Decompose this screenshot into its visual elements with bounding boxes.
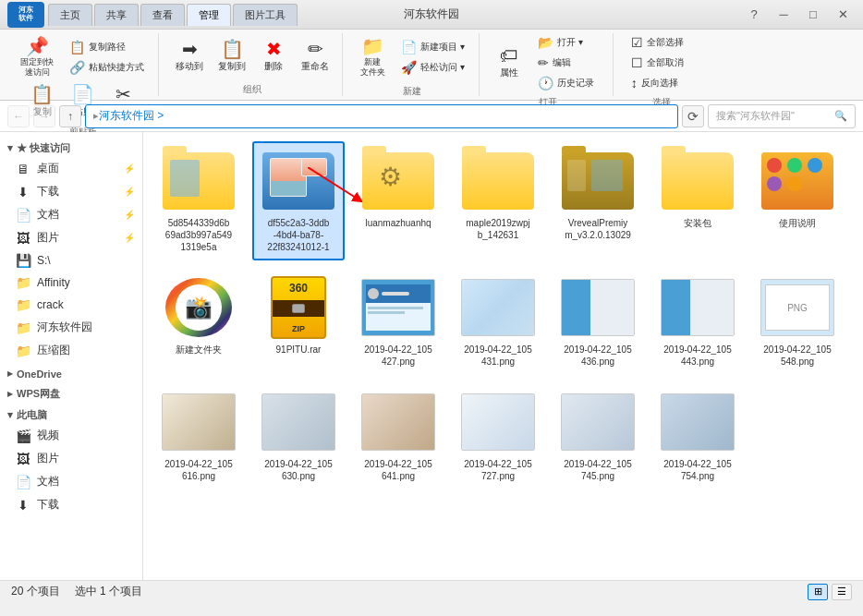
file-item-folder2[interactable]: df55c2a3-3ddb-4bd4-ba78-22f83241012-1 [252,141,345,260]
img-thumb-7 [261,390,335,454]
search-box[interactable]: 搜索"河东软件园" 🔍 [708,104,856,128]
ribbon: 📌 固定到快速访问 📋 复制路径 🔗 粘贴快捷方式 📋 [0,30,863,101]
sidebar-item-compress[interactable]: 📁 压缩图 [0,339,142,362]
file-item-folder1[interactable]: 5d8544339d6b69ad3b997a5491319e5a [152,141,245,260]
close-button[interactable]: ✕ [830,4,856,26]
copy-path-icon: 📋 [69,41,85,54]
forward-button[interactable]: → [33,105,55,127]
sidebar-section-quickaccess[interactable]: ▾ ★ 快速访问 [0,136,142,157]
sidebar-section-onedrive[interactable]: ▸ OneDrive [0,362,142,381]
sidebar-item-pictures[interactable]: 🖼 图片 ⚡ [0,226,142,249]
easy-access-button[interactable]: 🚀 轻松访问 ▾ [395,58,471,77]
delete-button[interactable]: ✖ 删除 [255,36,292,77]
file-item-folder4[interactable]: maple2019zwpjb_142631 [452,141,544,260]
file-label-img9: 2019-04-22_105727.png [464,458,531,482]
move-to-button[interactable]: ➡ 移动到 [170,36,209,77]
new-item-button[interactable]: 📄 新建项目 ▾ [395,38,471,56]
move-icon: ➡ [182,40,198,58]
file-label-folder5: VrevealPremiуm_v3.2.0.13029 [565,217,631,241]
minimize-button[interactable]: ─ [771,4,796,26]
select-none-button[interactable]: ☐ 全部取消 [625,54,699,72]
help-button[interactable]: ? [741,4,767,26]
tab-share[interactable]: 共享 [94,4,139,26]
file-item-rar[interactable]: 360 ZIP 91PITU.rar [252,268,345,375]
sidebar-item-documents2[interactable]: 📄 文档 [0,470,142,493]
copy-to-button[interactable]: 📋 复制到 [213,36,251,77]
chevron-right-icon: ▸ [7,368,13,380]
rar-thumb: 360 ZIP [261,275,335,340]
new-folder-button[interactable]: 📁 新建文件夹 [354,33,391,81]
sidebar-item-downloads2[interactable]: ⬇ 下载 [0,493,142,516]
back-button[interactable]: ← [7,105,30,127]
img-thumb-9 [461,390,535,454]
file-label-folder6: 安装包 [684,217,711,229]
file-label-img5: 2019-04-22_105548.png [763,344,831,368]
window-title: 河东软件园 [404,6,459,22]
file-item-img2[interactable]: 2019-04-22_105431.png [452,268,544,375]
file-item-img10[interactable]: 2019-04-22_105745.png [552,382,644,489]
sidebar-item-downloads[interactable]: ⬇ 下载 ⚡ [0,180,142,203]
file-item-img4[interactable]: 2019-04-22_105443.png [651,268,744,375]
rename-button[interactable]: ✏ 重命名 [296,36,334,77]
invert-select-button[interactable]: ↕ 反向选择 [625,74,699,92]
file-item-folder6[interactable]: 安装包 [651,141,744,260]
tab-home[interactable]: 主页 [48,4,92,26]
file-label-img2: 2019-04-22_105431.png [464,344,531,368]
open-icon: 📂 [538,36,553,49]
file-item-img11[interactable]: 2019-04-22_105754.png [651,382,744,489]
file-label-img11: 2019-04-22_105754.png [663,458,731,482]
rename-icon: ✏ [308,40,323,58]
documents-icon: 📄 [15,208,31,223]
sidebar-item-documents[interactable]: 📄 文档 ⚡ [0,203,142,226]
tab-view[interactable]: 查看 [140,4,185,26]
file-item-newfolder[interactable]: 📸 新建文件夹 [152,268,245,375]
refresh-button[interactable]: ⟳ [682,105,704,127]
file-item-img5[interactable]: PNG 2019-04-22_105548.png [751,268,844,375]
sidebar-section-wps[interactable]: ▸ WPS网盘 [0,381,142,403]
tab-manage[interactable]: 管理 [187,4,231,26]
organize-buttons: ➡ 移动到 📋 复制到 ✖ 删除 ✏ 重命名 [170,33,334,79]
sidebar-item-video[interactable]: 🎬 视频 [0,424,142,447]
file-item-folder5[interactable]: VrevealPremiуm_v3.2.0.13029 [552,141,644,260]
edit-button[interactable]: ✏ 编辑 [531,54,605,72]
file-item-img6[interactable]: 2019-04-22_105616.png [152,382,245,489]
select-all-button[interactable]: ☑ 全部选择 [625,33,699,52]
sidebar-item-affinity[interactable]: 📁 Affinity [0,272,142,294]
img-thumb-10 [561,390,635,454]
file-item-folder7[interactable]: 使用说明 [751,141,844,260]
sidebar-item-pictures2[interactable]: 🖼 图片 [0,447,142,470]
file-item-img8[interactable]: 2019-04-22_105641.png [352,382,444,489]
file-item-img3[interactable]: 2019-04-22_105436.png [552,268,644,375]
file-label-folder2: df55c2a3-3ddb-4bd4-ba78-22f83241012-1 [267,217,329,253]
sidebar-item-desktop[interactable]: 🖥 桌面 ⚡ [0,157,142,180]
list-view-button[interactable]: ☰ [832,584,852,600]
copy-path-button[interactable]: 📋 复制路径 [63,38,151,56]
window-controls: ? ─ □ ✕ [741,4,856,26]
svg-line-0 [308,167,359,199]
file-area: 5d8544339d6b69ad3b997a5491319e5a [143,132,863,580]
properties-icon: 🏷 [500,46,518,65]
file-item-img7[interactable]: 2019-04-22_105630.png [252,382,345,489]
sidebar-item-s-drive[interactable]: 💾 S:\ [0,249,142,272]
up-button[interactable]: ↑ [59,105,81,127]
file-label-img4: 2019-04-22_105443.png [663,344,731,368]
open-button[interactable]: 📂 打开 ▾ [531,33,605,52]
sidebar-item-crack[interactable]: 📁 crack [0,294,142,316]
file-item-folder3[interactable]: ⚙ luanmazhuanhq [352,141,444,260]
history-button[interactable]: 🕐 历史记录 [531,74,605,92]
sidebar-section-thispc[interactable]: ▾ 此电脑 [0,403,142,424]
address-path[interactable]: ▸ 河东软件园 > [85,104,678,128]
folder-thumb-8: 📸 [162,275,236,340]
properties-button[interactable]: 🏷 属性 [491,42,528,83]
paste-shortcut-button[interactable]: 🔗 粘贴快捷方式 [63,58,151,77]
pin-quick-access-button[interactable]: 📌 固定到快速访问 [15,33,59,81]
sidebar-item-hedong[interactable]: 📁 河东软件园 [0,316,142,339]
grid-view-button[interactable]: ⊞ [808,584,828,600]
maximize-button[interactable]: □ [800,4,826,26]
file-item-img1[interactable]: 2019-04-22_105427.png [352,268,444,375]
paste-icon: 📄 [71,85,94,103]
file-grid: 5d8544339d6b69ad3b997a5491319e5a [152,141,854,489]
tab-picture-tools[interactable]: 图片工具 [233,4,298,26]
file-label-img3: 2019-04-22_105436.png [564,344,631,368]
file-item-img9[interactable]: 2019-04-22_105727.png [452,382,544,489]
